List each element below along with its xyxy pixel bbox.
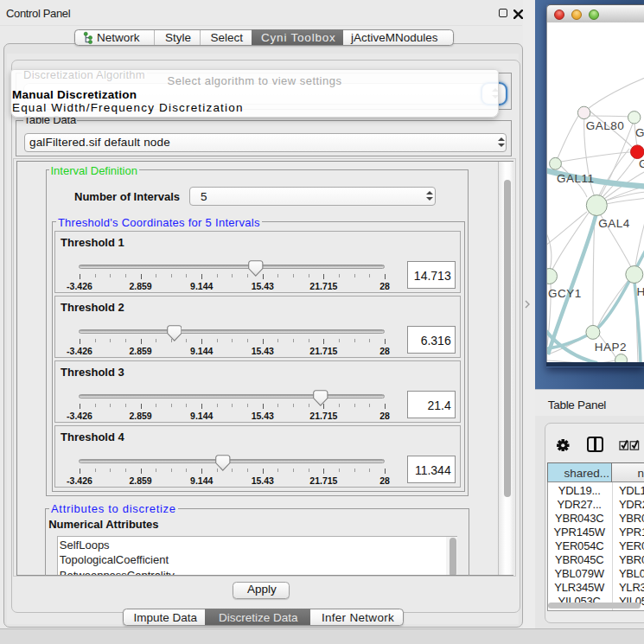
- svg-text:H: H: [636, 285, 644, 298]
- svg-text:GAL4: GAL4: [598, 218, 630, 231]
- svg-text:HAP2: HAP2: [594, 341, 626, 354]
- svg-text:GCY1: GCY1: [548, 287, 582, 300]
- svg-text:GAL11: GAL11: [557, 172, 595, 185]
- svg-text:G: G: [639, 157, 644, 170]
- svg-text:GAL80: GAL80: [585, 120, 624, 133]
- svg-text:GA: GA: [635, 126, 644, 139]
